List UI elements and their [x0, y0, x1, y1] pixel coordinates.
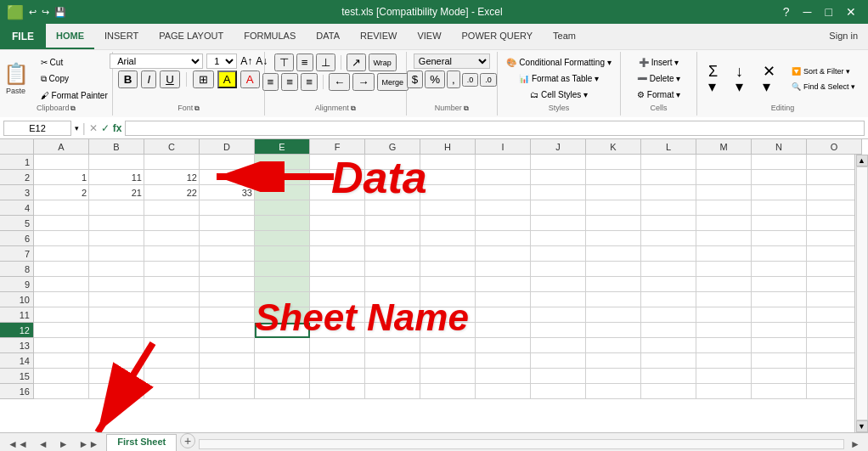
cell-n2[interactable]	[752, 170, 807, 185]
cell-a1[interactable]	[34, 155, 89, 170]
cell-i3[interactable]	[476, 185, 531, 200]
merge-center-button[interactable]: Merge	[377, 73, 409, 91]
format-cells-button[interactable]: ⚙Format ▾	[631, 87, 686, 102]
tab-home[interactable]: HOME	[46, 24, 94, 49]
cell-k2[interactable]	[586, 170, 641, 185]
sign-in-link[interactable]: Sign in	[819, 24, 868, 49]
clipboard-expand-icon[interactable]: ⧉	[70, 104, 76, 113]
cell-e1[interactable]	[255, 155, 310, 170]
cell-f2[interactable]	[310, 170, 365, 185]
cut-button[interactable]: ✂ Cut	[35, 55, 114, 70]
insert-cells-button[interactable]: ➕Insert ▾	[633, 55, 685, 70]
close-button[interactable]: ✕	[841, 3, 861, 20]
help-button[interactable]: ?	[778, 3, 795, 20]
scroll-right-button[interactable]: ►	[846, 437, 865, 452]
cell-g2[interactable]	[365, 170, 420, 185]
cell-h2[interactable]	[420, 170, 476, 185]
cell-styles-button[interactable]: 🗂Cell Styles ▾	[524, 87, 594, 102]
col-header-e[interactable]: E	[255, 139, 310, 155]
font-expand-icon[interactable]: ⧉	[194, 104, 200, 113]
cell-o3[interactable]	[807, 185, 854, 200]
alignment-expand-icon[interactable]: ⧉	[351, 104, 356, 113]
comma-button[interactable]: ,	[447, 70, 460, 88]
borders-button[interactable]: ⊞	[193, 70, 214, 88]
tab-team[interactable]: Team	[543, 24, 586, 49]
minimize-button[interactable]: ─	[798, 3, 817, 20]
cell-m2[interactable]	[696, 170, 752, 185]
cell-l1[interactable]	[641, 155, 696, 170]
fill-color-button[interactable]: A	[217, 70, 237, 88]
prev-sheet-single-button[interactable]: ◄	[34, 437, 53, 452]
delete-cells-button[interactable]: ➖Delete ▾	[631, 71, 687, 86]
sheet-tab-first-sheet[interactable]: First Sheet	[106, 434, 177, 451]
maximize-button[interactable]: □	[820, 3, 837, 20]
cell-j3[interactable]	[531, 185, 586, 200]
align-middle-button[interactable]: ≡	[296, 54, 313, 71]
save-icon[interactable]: 💾	[54, 7, 66, 18]
cell-g1[interactable]	[365, 155, 420, 170]
col-header-b[interactable]: B	[89, 139, 144, 155]
cell-d3[interactable]: 33	[200, 185, 255, 200]
formula-input[interactable]	[125, 121, 865, 136]
cell-c3[interactable]: 22	[144, 185, 200, 200]
format-as-table-button[interactable]: 📊Format as Table ▾	[513, 71, 605, 86]
cell-l3[interactable]	[641, 185, 696, 200]
cell-b2[interactable]: 11	[89, 170, 144, 185]
tab-formulas[interactable]: FORMULAS	[234, 24, 306, 49]
col-header-f[interactable]: F	[310, 139, 365, 155]
cell-a2[interactable]: 1	[34, 170, 89, 185]
name-box-arrow[interactable]: ▾	[75, 124, 79, 132]
align-center-button[interactable]: ≡	[281, 73, 298, 91]
cell-n3[interactable]	[752, 185, 807, 200]
decrease-decimal-button[interactable]: .0	[480, 73, 497, 87]
sort-filter-button[interactable]: 🔽Sort & Filter ▾	[786, 65, 861, 78]
col-header-c[interactable]: C	[144, 139, 200, 155]
currency-button[interactable]: $	[407, 70, 423, 88]
tab-power-query[interactable]: POWER QUERY	[452, 24, 544, 49]
align-bottom-button[interactable]: ⊥	[316, 54, 335, 71]
redo-icon[interactable]: ↪	[42, 7, 49, 18]
vertical-scroll-track[interactable]	[856, 166, 868, 420]
undo-icon[interactable]: ↩	[29, 7, 37, 18]
scroll-down-button[interactable]: ▼	[856, 420, 868, 432]
conditional-formatting-button[interactable]: 🎨Conditional Formatting ▾	[500, 55, 617, 70]
underline-button[interactable]: U	[160, 70, 180, 88]
number-format-select[interactable]: General	[414, 54, 490, 69]
align-right-button[interactable]: ≡	[301, 73, 318, 91]
cell-m1[interactable]	[696, 155, 752, 170]
cell-l2[interactable]	[641, 170, 696, 185]
cell-i1[interactable]	[476, 155, 531, 170]
cell-e12[interactable]	[255, 323, 310, 338]
fill-button[interactable]: ↓ ▾	[731, 61, 755, 97]
tab-review[interactable]: REVIEW	[350, 24, 407, 49]
cell-k1[interactable]	[586, 155, 641, 170]
file-tab[interactable]: FILE	[0, 24, 46, 49]
col-header-n[interactable]: N	[752, 139, 807, 155]
font-name-select[interactable]: Arial	[110, 54, 203, 69]
cell-b3[interactable]: 21	[89, 185, 144, 200]
cell-g3[interactable]	[365, 185, 420, 200]
tab-insert[interactable]: INSERT	[94, 24, 149, 49]
copy-button[interactable]: ⧉ Copy	[35, 71, 114, 87]
cell-f3[interactable]	[310, 185, 365, 200]
col-header-a[interactable]: A	[34, 139, 89, 155]
cell-h1[interactable]	[420, 155, 476, 170]
increase-decimal-button[interactable]: .0	[462, 73, 479, 87]
cell-j2[interactable]	[531, 170, 586, 185]
cell-m3[interactable]	[696, 185, 752, 200]
cell-j1[interactable]	[531, 155, 586, 170]
increase-font-icon[interactable]: A↑	[240, 55, 252, 67]
autosum-button[interactable]: Σ ▾	[704, 61, 728, 97]
col-header-j[interactable]: J	[531, 139, 586, 155]
h-scroll-track[interactable]	[199, 439, 844, 449]
cell-e2[interactable]	[255, 170, 310, 185]
col-header-o[interactable]: O	[807, 139, 862, 155]
cell-k3[interactable]	[586, 185, 641, 200]
cell-n1[interactable]	[752, 155, 807, 170]
find-select-button[interactable]: 🔍Find & Select ▾	[786, 80, 861, 93]
font-size-select[interactable]: 10	[206, 54, 237, 69]
add-sheet-button[interactable]: +	[180, 433, 195, 448]
col-header-g[interactable]: G	[365, 139, 420, 155]
horizontal-scrollbar[interactable]: ►	[195, 433, 868, 451]
col-header-m[interactable]: M	[696, 139, 752, 155]
